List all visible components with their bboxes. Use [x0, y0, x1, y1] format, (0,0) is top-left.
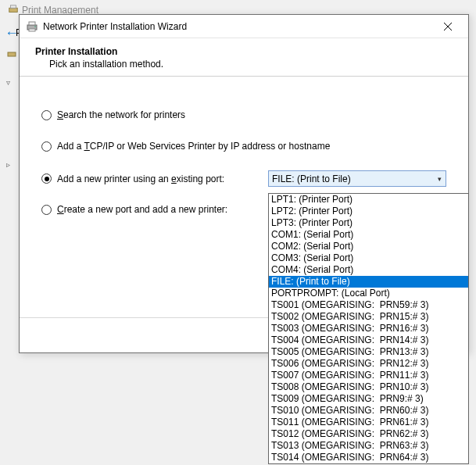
page-subtitle: Pick an installation method.	[35, 59, 453, 70]
tree-node-icon	[7, 49, 16, 59]
combobox-value: FILE: (Print to File)	[272, 173, 433, 184]
dropdown-item[interactable]: LPT3: (Printer Port)	[269, 217, 468, 229]
dropdown-item[interactable]: TS010 (OMEGARISING: PRN60:# 3)	[269, 405, 468, 417]
wizard-header: Printer Installation Pick an installatio…	[20, 38, 468, 77]
option-label: Add a new printer using an existing port…	[57, 173, 224, 184]
window-title: Network Printer Installation Wizard	[43, 21, 432, 32]
option-create-port[interactable]: Create a new port and add a new printer:	[41, 204, 268, 215]
radio-icon	[41, 110, 52, 120]
radio-icon	[41, 205, 52, 215]
svg-rect-4	[29, 22, 35, 25]
option-tcpip[interactable]: Add a TCP/IP or Web Services Printer by …	[41, 139, 446, 153]
dropdown-item[interactable]: COM3: (Serial Port)	[269, 252, 468, 264]
dropdown-item[interactable]: FILE: (Print to File)	[269, 276, 468, 288]
dropdown-item[interactable]: PORTPROMPT: (Local Port)	[269, 288, 468, 299]
option-label: Create a new port and add a new printer:	[57, 204, 227, 215]
dropdown-item[interactable]: TS006 (OMEGARISING: PRN12:# 3)	[269, 358, 468, 370]
dropdown-item[interactable]: TS007 (OMEGARISING: PRN11:# 3)	[269, 370, 468, 381]
dropdown-item[interactable]: TS001 (OMEGARISING: PRN59:# 3)	[269, 299, 468, 311]
dropdown-item[interactable]: TS012 (OMEGARISING: PRN62:# 3)	[269, 428, 468, 440]
close-button[interactable]	[432, 16, 463, 38]
dropdown-item[interactable]: TS013 (OMEGARISING: PRN63:# 3)	[269, 440, 468, 452]
svg-rect-2	[8, 52, 16, 56]
option-label: Add a TCP/IP or Web Services Printer by …	[57, 141, 330, 152]
svg-point-6	[34, 26, 36, 27]
titlebar: Network Printer Installation Wizard	[20, 15, 468, 38]
svg-rect-1	[11, 5, 16, 9]
dropdown-item[interactable]: TS003 (OMEGARISING: PRN16:# 3)	[269, 323, 468, 334]
option-existing-port[interactable]: Add a new printer using an existing port…	[41, 173, 268, 184]
option-existing-port-row: Add a new printer using an existing port…	[41, 170, 446, 187]
chevron-down-icon: ▿	[6, 78, 10, 87]
close-icon	[444, 23, 452, 30]
radio-icon	[41, 141, 52, 152]
port-dropdown-list[interactable]: LPT1: (Printer Port)LPT2: (Printer Port)…	[268, 193, 469, 464]
svg-rect-5	[29, 29, 35, 31]
radio-icon	[41, 173, 52, 184]
dropdown-item[interactable]: TS004 (OMEGARISING: PRN14:# 3)	[269, 334, 468, 346]
dropdown-item[interactable]: TS014 (OMEGARISING: PRN64:# 3)	[269, 452, 468, 463]
dropdown-item[interactable]: LPT1: (Printer Port)	[269, 194, 468, 206]
printer-icon	[26, 20, 38, 33]
option-label: Search the network for printers	[57, 109, 185, 120]
chevron-down-icon: ▾	[433, 175, 446, 183]
dropdown-item[interactable]: TS011 (OMEGARISING: PRN61:# 3)	[269, 417, 468, 428]
svg-rect-0	[9, 8, 18, 12]
dropdown-item[interactable]: COM2: (Serial Port)	[269, 241, 468, 252]
existing-port-combobox[interactable]: FILE: (Print to File) ▾	[268, 170, 446, 187]
dropdown-item[interactable]: TS008 (OMEGARISING: PRN10:# 3)	[269, 381, 468, 393]
dropdown-item[interactable]: COM4: (Serial Port)	[269, 264, 468, 276]
dropdown-item[interactable]: TS009 (OMEGARISING: PRN9:# 3)	[269, 393, 468, 405]
dropdown-item[interactable]: TS005 (OMEGARISING: PRN13:# 3)	[269, 346, 468, 358]
option-search-network[interactable]: Search the network for printers	[41, 108, 446, 122]
printer-tree-icon	[8, 4, 19, 15]
dropdown-item[interactable]: TS002 (OMEGARISING: PRN15:# 3)	[269, 311, 468, 323]
dropdown-item[interactable]: LPT2: (Printer Port)	[269, 206, 468, 217]
chevron-right-icon: ▹	[6, 160, 10, 169]
page-title: Printer Installation	[35, 46, 453, 57]
dropdown-item[interactable]: COM1: (Serial Port)	[269, 229, 468, 241]
